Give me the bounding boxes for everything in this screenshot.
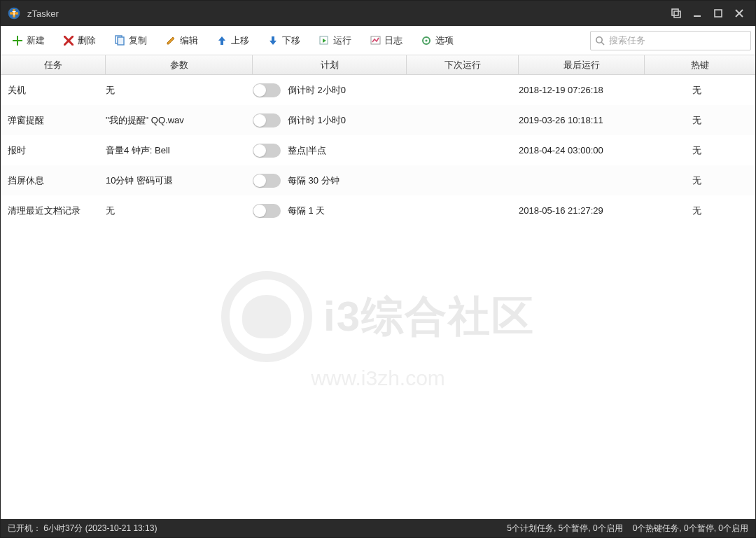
- move-up-button[interactable]: 上移: [209, 31, 256, 50]
- watermark: i3综合社区 www.i3zh.com: [221, 271, 535, 390]
- cell-task: 弹窗提醒: [8, 114, 106, 127]
- cell-plan: 倒计时 1小时0: [253, 113, 407, 127]
- toggle-switch[interactable]: [253, 204, 281, 218]
- copy-icon: [114, 35, 125, 46]
- cell-param: 无: [106, 84, 253, 97]
- cell-last-run: 2018-04-24 03:00:00: [519, 145, 645, 156]
- plan-text: 整点|半点: [288, 144, 326, 157]
- svg-line-16: [601, 42, 604, 45]
- table-row[interactable]: 清理最近文档记录 无 每隔 1 天 2018-05-16 21:27:29 无: [1, 195, 755, 226]
- watermark-title: i3综合社区: [221, 271, 535, 362]
- x-icon: [63, 35, 74, 46]
- status-uptime: 已开机： 6小时37分 (2023-10-21 13:13): [8, 523, 157, 534]
- cell-param: 无: [106, 205, 253, 217]
- cell-hotkey: 无: [645, 144, 748, 157]
- cell-plan: 每隔 1 天: [253, 204, 407, 218]
- titlebar: T zTasker: [1, 1, 755, 26]
- app-icon: T: [6, 6, 22, 21]
- status-hotkey-summary: 0个热键任务, 0个暂停, 0个启用: [633, 523, 748, 534]
- chart-icon: [370, 35, 381, 46]
- cell-task: 挡屏休息: [8, 174, 106, 187]
- cell-param: 音量4 钟声: Bell: [106, 144, 253, 157]
- copy-button[interactable]: 复制: [107, 31, 154, 50]
- options-button[interactable]: 选项: [414, 31, 461, 50]
- window-minimize-button[interactable]: [687, 4, 708, 23]
- cell-task: 报时: [8, 144, 106, 157]
- cell-task: 关机: [8, 84, 106, 97]
- run-button[interactable]: 运行: [312, 31, 358, 50]
- watermark-logo-icon: [221, 271, 312, 362]
- col-header-last-run[interactable]: 最后运行: [519, 55, 645, 74]
- plan-text: 倒计时 2小时0: [288, 84, 346, 97]
- cell-param: "我的提醒" QQ.wav: [106, 114, 253, 127]
- status-plan-summary: 5个计划任务, 5个暂停, 0个启用: [507, 523, 622, 534]
- cell-task: 清理最近文档记录: [8, 205, 106, 217]
- edit-button[interactable]: 编辑: [158, 31, 205, 50]
- cell-hotkey: 无: [645, 205, 748, 217]
- toggle-switch[interactable]: [253, 144, 281, 158]
- play-icon: [318, 35, 330, 46]
- table-row[interactable]: 报时 音量4 钟声: Bell 整点|半点 2018-04-24 03:00:0…: [1, 135, 755, 165]
- table-body: 关机 无 倒计时 2小时0 2018-12-19 07:26:18 无 弹窗提醒…: [1, 75, 755, 519]
- col-header-task[interactable]: 任务: [1, 55, 106, 74]
- search-input[interactable]: [609, 35, 746, 46]
- new-label: 新建: [27, 34, 45, 47]
- copy-label: 复制: [129, 34, 147, 47]
- cell-last-run: 2018-12-19 07:26:18: [519, 85, 645, 95]
- move-up-label: 上移: [231, 34, 249, 47]
- window-popout-button[interactable]: [666, 4, 687, 23]
- col-header-param[interactable]: 参数: [106, 55, 253, 74]
- window-close-button[interactable]: [729, 4, 750, 23]
- move-down-label: 下移: [282, 34, 300, 47]
- cell-hotkey: 无: [645, 84, 748, 97]
- cell-hotkey: 无: [645, 114, 748, 127]
- col-header-next-run[interactable]: 下次运行: [407, 55, 519, 74]
- run-label: 运行: [333, 34, 351, 47]
- watermark-subtitle: www.i3zh.com: [221, 366, 535, 390]
- search-box[interactable]: [590, 31, 751, 50]
- log-label: 日志: [384, 34, 402, 47]
- col-header-plan[interactable]: 计划: [253, 55, 407, 74]
- plan-text: 倒计时 1小时0: [288, 114, 346, 127]
- svg-text:T: T: [12, 10, 15, 17]
- cell-last-run: 2019-03-26 10:18:11: [519, 115, 645, 125]
- toolbar: 新建 删除 复制 编辑 上移 下移 运行: [1, 26, 755, 55]
- statusbar: 已开机： 6小时37分 (2023-10-21 13:13) 5个计划任务, 5…: [1, 519, 755, 537]
- watermark-title-text: i3综合社区: [323, 289, 535, 345]
- toggle-switch[interactable]: [253, 174, 281, 188]
- search-icon: [595, 36, 605, 46]
- cell-hotkey: 无: [645, 174, 748, 187]
- gear-icon: [421, 35, 432, 46]
- svg-rect-10: [118, 37, 124, 45]
- window-maximize-button[interactable]: [708, 4, 729, 23]
- log-button[interactable]: 日志: [363, 31, 410, 50]
- table-row[interactable]: 弹窗提醒 "我的提醒" QQ.wav 倒计时 1小时0 2019-03-26 1…: [1, 105, 755, 135]
- cell-plan: 每隔 30 分钟: [253, 174, 407, 188]
- toggle-switch[interactable]: [253, 83, 281, 97]
- options-label: 选项: [435, 34, 454, 47]
- plan-text: 每隔 1 天: [288, 205, 325, 217]
- delete-button[interactable]: 删除: [56, 31, 103, 50]
- svg-point-14: [425, 39, 427, 41]
- plan-text: 每隔 30 分钟: [288, 174, 340, 187]
- cell-last-run: 2018-05-16 21:27:29: [519, 205, 645, 216]
- cell-param: 10分钟 密码可退: [106, 174, 253, 187]
- svg-rect-6: [715, 10, 722, 17]
- arrow-down-icon: [267, 35, 279, 46]
- cell-plan: 倒计时 2小时0: [253, 83, 407, 97]
- table-row[interactable]: 关机 无 倒计时 2小时0 2018-12-19 07:26:18 无: [1, 75, 755, 105]
- new-button[interactable]: 新建: [5, 31, 52, 50]
- app-title: zTasker: [27, 8, 59, 19]
- pencil-icon: [165, 35, 176, 46]
- svg-point-15: [596, 36, 602, 42]
- edit-label: 编辑: [180, 34, 198, 47]
- delete-label: 删除: [78, 34, 96, 47]
- move-down-button[interactable]: 下移: [260, 31, 307, 50]
- table-row[interactable]: 挡屏休息 10分钟 密码可退 每隔 30 分钟 无: [1, 165, 755, 195]
- table-header: 任务 参数 计划 下次运行 最后运行 热键: [1, 55, 755, 75]
- plus-icon: [12, 35, 23, 46]
- col-header-hotkey[interactable]: 热键: [645, 55, 755, 74]
- toggle-switch[interactable]: [253, 113, 281, 127]
- arrow-up-icon: [216, 35, 227, 46]
- svg-rect-4: [672, 9, 678, 15]
